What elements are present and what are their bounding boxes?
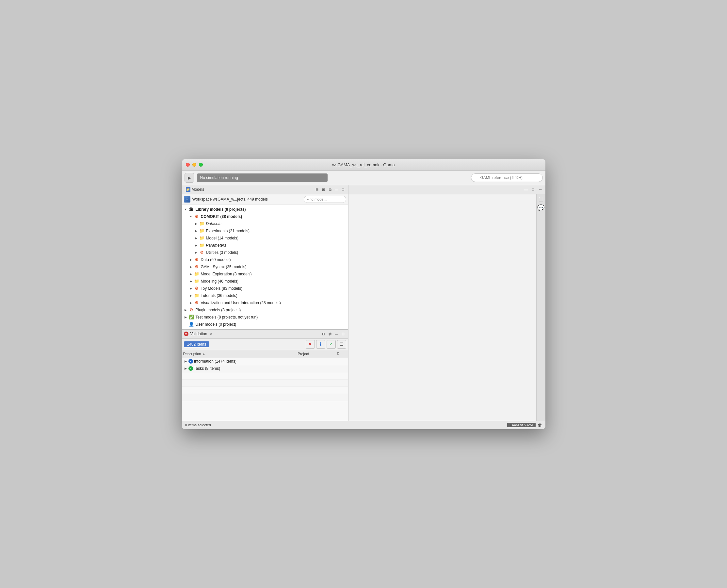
left-panel: 📁 Models ⊟ ⊞ ⧉ — □ G Workspace wsGAMA_w.… <box>182 185 348 421</box>
panel-ctrl-external[interactable]: ⧉ <box>327 187 333 192</box>
simulation-status-bar: No simulation running <box>197 173 327 182</box>
val-row-information[interactable]: ▶ i Information (1474 items) <box>182 358 348 365</box>
tree-icon-datasets: 📁 <box>199 221 205 227</box>
right-panel-controls: — □ ··· <box>523 187 543 192</box>
filter-check-button[interactable]: ✓ <box>327 340 336 349</box>
val-ctrl-sync[interactable]: ⇄ <box>327 331 333 337</box>
status-selected-text: 0 items selected <box>185 423 211 427</box>
models-tab[interactable]: 📁 Models <box>184 187 207 192</box>
val-row-tasks[interactable]: ▶ ✓ Tasks (8 items) <box>182 365 348 372</box>
tree-arrow-tutorials: ▶ <box>189 294 194 297</box>
tree-arrow-toy-models: ▶ <box>189 287 194 290</box>
val-ctrl-minimize[interactable]: — <box>334 331 340 337</box>
tree-arrow-model-exploration: ▶ <box>189 272 194 276</box>
tree-icon-model: 📁 <box>199 235 205 241</box>
tree-label-experiments: Experiments (21 models) <box>206 229 250 233</box>
val-table-body: ▶ i Information (1474 items) ▶ ✓ Tasks (… <box>182 358 348 421</box>
val-row-empty-2 <box>182 380 348 387</box>
trash-icon[interactable]: 🗑 <box>538 422 542 427</box>
tree-item-plugin-models[interactable]: ▶ ⚙ Plugin models (8 projects) <box>182 307 348 314</box>
models-panel: 📁 Models ⊟ ⊞ ⧉ — □ G Workspace wsGAMA_w.… <box>182 185 348 329</box>
find-model-input[interactable] <box>304 196 346 203</box>
val-row-empty-3 <box>182 387 348 394</box>
tree-item-gaml-syntax[interactable]: ▶ ⚙ GAML Syntax (35 models) <box>182 263 348 271</box>
title-bar: wsGAMA_ws_rel_comok - Gama <box>182 159 546 171</box>
tree-item-modeling[interactable]: ▶ 📁 Modeling (46 models) <box>182 278 348 285</box>
tree-item-tutorials[interactable]: ▶ 📁 Tutorials (36 models) <box>182 292 348 299</box>
tree-item-parameters[interactable]: ▶ 📁 Parameters <box>182 242 348 249</box>
tree-label-plugin: Plugin models (8 projects) <box>196 308 241 312</box>
tree-area: ▼ 🏛 Library models (8 projects) ▼ ⚙ COMO… <box>182 205 348 329</box>
main-content: 📁 Models ⊟ ⊞ ⧉ — □ G Workspace wsGAMA_w.… <box>182 185 546 421</box>
tree-arrow-data: ▶ <box>189 258 194 261</box>
tree-item-datasets[interactable]: ▶ 📁 Datasets <box>182 220 348 227</box>
val-ctrl-filter[interactable]: ⊟ <box>321 331 327 337</box>
right-panel-dots[interactable]: ··· <box>538 187 543 192</box>
minimize-button[interactable] <box>192 163 196 167</box>
validation-panel: V Validation ✕ ⊟ ⇄ — □ 1482 items ✕ ℹ <box>182 329 348 421</box>
tree-item-experiments[interactable]: ▶ 📁 Experiments (21 models) <box>182 227 348 234</box>
tree-icon-toy-models: ⚙ <box>194 286 199 291</box>
panel-ctrl-maximize[interactable]: □ <box>340 187 346 192</box>
val-row-arrow-info: ▶ <box>183 360 189 363</box>
tree-label-data: Data (60 models) <box>201 257 231 262</box>
panel-ctrl-minimize[interactable]: — <box>334 187 340 192</box>
validation-table: Description ▲ Project R ▶ i Information … <box>182 350 348 421</box>
tree-item-model-exploration[interactable]: ▶ 📁 Model Exploration (3 models) <box>182 271 348 278</box>
panel-ctrl-collapse[interactable]: ⊟ <box>314 187 320 192</box>
tree-arrow-experiments: ▶ <box>194 229 199 233</box>
val-ctrl-maximize[interactable]: □ <box>340 331 346 337</box>
status-bar: 0 items selected 144M of 532M 🗑 <box>182 421 546 429</box>
main-window: wsGAMA_ws_rel_comok - Gama ▶ No simulati… <box>182 159 546 429</box>
tree-icon-library: 🏛 <box>189 207 194 212</box>
filter-list-button[interactable]: ☰ <box>337 340 346 349</box>
tree-item-model[interactable]: ▶ 📁 Model (14 models) <box>182 234 348 242</box>
filter-error-button[interactable]: ✕ <box>306 340 315 349</box>
gaml-search-input[interactable] <box>471 173 543 182</box>
tree-icon-vis-user: ⚙ <box>194 300 199 306</box>
tree-item-comokit[interactable]: ▼ ⚙ COMOKIT (38 models) <box>182 213 348 220</box>
info-icon: i <box>189 359 193 363</box>
tree-icon-model-exploration: 📁 <box>194 271 199 277</box>
tree-label-library: Library models (8 projects) <box>196 207 246 212</box>
play-button[interactable]: ▶ <box>185 173 194 183</box>
val-col-description: Description ▲ <box>183 352 298 356</box>
right-panel: — □ ··· ⬜ 💬 <box>348 185 546 421</box>
tree-icon-user: 👤 <box>189 321 194 327</box>
tree-item-user-models[interactable]: ▶ 👤 User models (0 project) <box>182 321 348 328</box>
tree-arrow-test: ▶ <box>183 316 189 319</box>
tree-label-vis-user: Visualization and User Interaction (28 m… <box>201 300 281 305</box>
tree-label-model-exploration: Model Exploration (3 models) <box>201 272 252 276</box>
tree-icon-comokit: ⚙ <box>194 214 199 219</box>
val-col-res: R <box>337 352 347 356</box>
val-table-header: Description ▲ Project R <box>182 350 348 358</box>
tree-item-vis-user[interactable]: ▶ ⚙ Visualization and User Interaction (… <box>182 299 348 307</box>
validation-close-icon[interactable]: ✕ <box>210 332 213 336</box>
traffic-lights <box>186 163 203 167</box>
tree-icon-experiments: 📁 <box>199 228 205 234</box>
validation-toolbar: 1482 items ✕ ℹ ✓ ☰ <box>182 339 348 350</box>
maximize-button[interactable] <box>199 163 203 167</box>
chat-icon[interactable]: 💬 <box>537 204 544 211</box>
tree-icon-tutorials: 📁 <box>194 293 199 299</box>
tree-icon-gaml-syntax: ⚙ <box>194 264 199 270</box>
tree-icon-plugin: ⚙ <box>189 307 194 313</box>
filter-info-button[interactable]: ℹ <box>316 340 325 349</box>
right-panel-minimize[interactable]: — <box>523 187 529 192</box>
simulation-status-text: No simulation running <box>200 175 238 180</box>
tree-item-test-models[interactable]: ▶ ✅ Test models (8 projects, not yet run… <box>182 314 348 321</box>
tree-item-data[interactable]: ▶ ⚙ Data (60 models) <box>182 256 348 263</box>
close-button[interactable] <box>186 163 190 167</box>
right-panel-body: ⬜ 💬 <box>348 194 546 421</box>
val-col-project: Project <box>298 352 337 356</box>
workspace-row: G Workspace wsGAMA_w...jects, 449 models <box>182 194 348 205</box>
tree-arrow-comokit: ▼ <box>189 215 194 218</box>
right-panel-maximize[interactable]: □ <box>530 187 536 192</box>
tree-item-utilities[interactable]: ▶ ⚙ Utilities (3 models) <box>182 249 348 256</box>
tree-label-user: User models (0 project) <box>196 322 236 327</box>
tree-icon-modeling: 📁 <box>194 278 199 284</box>
tree-item-library-models[interactable]: ▼ 🏛 Library models (8 projects) <box>182 206 348 213</box>
minimize-icon[interactable]: ⬜ <box>537 196 544 203</box>
panel-ctrl-expand[interactable]: ⊞ <box>321 187 327 192</box>
tree-item-toy-models[interactable]: ▶ ⚙ Toy Models (83 models) <box>182 285 348 292</box>
